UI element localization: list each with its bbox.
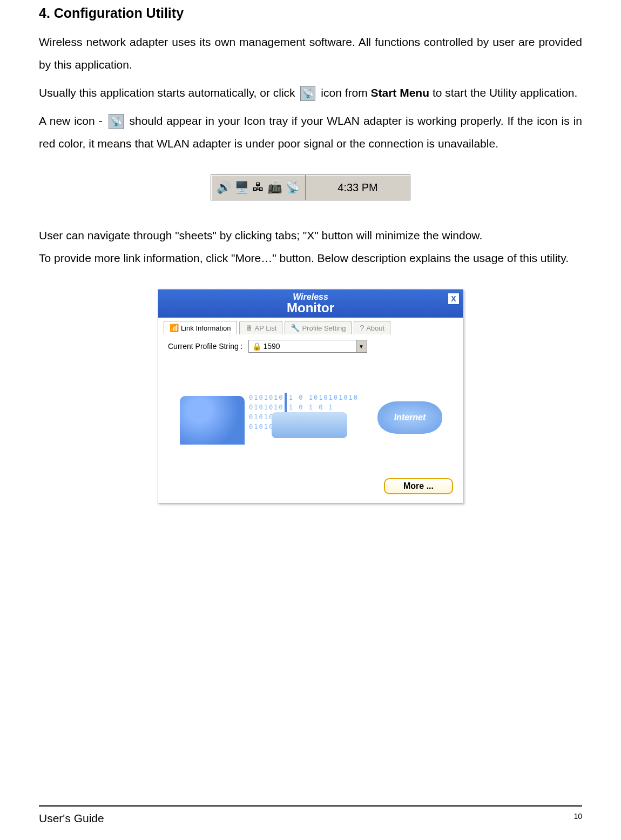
profile-value: 🔒 1590 (252, 342, 280, 351)
laptop-icon (180, 396, 245, 445)
link-diagram: 0101010 1 0 1010101010 0101010 1 0 1 0 1… (158, 358, 463, 475)
wlan-tray-icon: 📡 (285, 180, 300, 194)
tab-label: About (366, 324, 384, 332)
section-heading: 4. Configuration Utility (39, 5, 582, 21)
profile-label: Current Profile String : (168, 342, 243, 351)
volume-icon: 🔊 (217, 180, 231, 194)
tab-ap-list[interactable]: 🖥 AP List (239, 321, 283, 334)
signal-icon: 📶 (170, 324, 179, 332)
tray-indicator-icon (109, 114, 124, 129)
profile-row: Current Profile String : 🔒 1590 ▼ (158, 334, 463, 358)
profile-select[interactable]: 🔒 1590 ▼ (248, 340, 367, 353)
tab-profile-setting[interactable]: 🔧 Profile Setting (285, 321, 352, 334)
wrench-icon: 🔧 (291, 324, 300, 332)
tab-about[interactable]: ? About (354, 321, 390, 334)
title-big: Monitor (287, 301, 334, 314)
paragraph-more: To provide more link information, click … (39, 247, 582, 270)
chevron-down-icon: ▼ (356, 340, 367, 352)
tray-icons-group: 🔊 🖥️ 🖧 📠 📡 (211, 175, 306, 200)
help-icon: ? (360, 324, 364, 332)
paragraph-tabs: User can navigate through "sheets" by cl… (39, 224, 582, 247)
close-button[interactable]: X (448, 293, 460, 305)
start-menu-label: Start Menu (371, 86, 430, 99)
tab-label: AP List (255, 324, 277, 332)
tab-label: Profile Setting (302, 324, 346, 332)
router-icon (272, 412, 347, 438)
utility-launcher-icon (300, 86, 315, 101)
paragraph-tray-icon: A new icon - should appear in your Icon … (39, 110, 582, 155)
tab-label: Link Information (181, 324, 231, 332)
network-icon: 🖧 (252, 180, 264, 194)
tab-link-information[interactable]: 📶 Link Information (164, 321, 237, 334)
text-frag: to start the Utility application. (433, 86, 577, 99)
text-frag: icon from (321, 86, 370, 99)
system-tray-figure: 🔊 🖥️ 🖧 📠 📡 4:33 PM (211, 174, 410, 200)
wireless-monitor-window: Wireless Monitor X 📶 Link Information 🖥 … (158, 289, 463, 503)
footer-label: User's Guide (39, 812, 104, 825)
page-number: 10 (573, 812, 582, 825)
tray-clock: 4:33 PM (306, 182, 410, 194)
internet-cloud-icon: Internet (377, 401, 442, 434)
more-button[interactable]: More ... (384, 478, 453, 494)
paragraph-start-menu: Usually this application starts automati… (39, 82, 582, 104)
tab-row: 📶 Link Information 🖥 AP List 🔧 Profile S… (158, 318, 463, 334)
paragraph-intro: Wireless network adapter uses its own ma… (39, 31, 582, 76)
text-frag: A new icon - (39, 115, 106, 127)
text-frag: Usually this application starts automati… (39, 86, 298, 99)
page-footer: User's Guide 10 (39, 805, 582, 825)
footer-rule (39, 805, 582, 807)
ap-icon: 🖥 (245, 324, 253, 332)
display-icon: 🖥️ (234, 180, 249, 194)
app-title: Wireless Monitor (287, 293, 334, 314)
more-row: More ... (158, 475, 463, 503)
titlebar: Wireless Monitor X (158, 290, 463, 318)
modem-icon: 📠 (267, 180, 282, 194)
